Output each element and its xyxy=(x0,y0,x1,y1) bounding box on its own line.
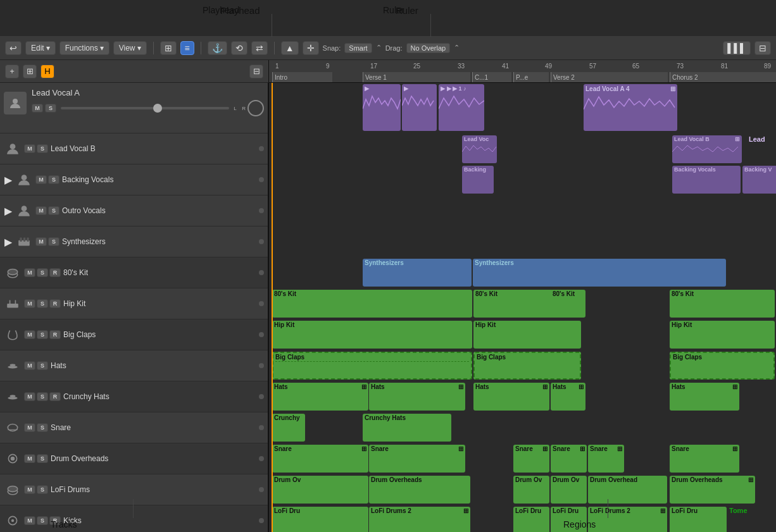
ov-mute[interactable]: M xyxy=(35,206,47,215)
region-claps-3[interactable]: Big Claps xyxy=(670,352,775,380)
hats-mute[interactable]: M xyxy=(24,361,35,370)
region-lofi-2[interactable]: LoFi Drums 2⊞ xyxy=(369,507,470,532)
region-lva-2[interactable]: ▶ xyxy=(402,84,437,131)
add-track-button[interactable]: + xyxy=(5,65,19,78)
region-lofi-1[interactable]: LoFi Dru xyxy=(272,507,368,532)
lofi-mute[interactable]: M xyxy=(24,485,35,494)
lvb-solo[interactable]: S xyxy=(37,144,48,153)
kit-mute[interactable]: M xyxy=(24,268,35,277)
region-drumov-6[interactable]: Drum Overheads⊞ xyxy=(670,476,755,504)
region-crunchyhats-1[interactable]: Crunchy xyxy=(272,414,305,442)
region-lva-1[interactable]: ▶ xyxy=(363,84,401,131)
lva-fader[interactable] xyxy=(61,107,229,109)
ov-solo[interactable]: S xyxy=(48,206,59,215)
level-button[interactable]: ⊟ xyxy=(754,41,771,55)
bigclaps-mute[interactable]: M xyxy=(24,330,35,339)
region-snare-4[interactable]: Snare⊞ xyxy=(551,445,587,473)
functions-menu-button[interactable]: Functions ▾ xyxy=(59,41,110,55)
hipkit-rec[interactable]: R xyxy=(49,299,61,308)
region-claps-1[interactable]: Big Claps xyxy=(272,352,472,380)
add-tool[interactable]: ✛ xyxy=(303,41,319,55)
kicks-solo[interactable]: S xyxy=(37,516,48,525)
lofi-solo[interactable]: S xyxy=(37,485,48,494)
kicks-mute[interactable]: M xyxy=(24,516,35,525)
hipkit-solo[interactable]: S xyxy=(37,299,48,308)
region-drumov-5[interactable]: Drum Overhead xyxy=(588,476,667,504)
lva-fader-knob[interactable] xyxy=(153,104,162,113)
snare-mute[interactable]: M xyxy=(24,423,35,432)
waveform-button[interactable]: ▌▌▌ xyxy=(723,41,751,55)
region-hats-2[interactable]: Hats⊞ xyxy=(369,383,465,411)
drag-value[interactable]: No Overlap xyxy=(406,43,451,53)
region-bv-1[interactable]: Backing xyxy=(462,166,494,194)
region-lva-3[interactable]: ▶ ▶ ▶ 1 ♪ xyxy=(439,84,484,131)
region-hipkit-1[interactable]: Hip Kit xyxy=(272,321,472,349)
kit-solo[interactable]: S xyxy=(37,268,48,277)
region-kit-4[interactable]: 80's Kit xyxy=(670,290,775,318)
region-lvb-1[interactable]: Lead Voc xyxy=(462,135,497,163)
lvb-mute[interactable]: M xyxy=(24,144,35,153)
region-hats-1[interactable]: Hats⊞ xyxy=(272,383,368,411)
undo-button[interactable]: ↩ xyxy=(5,41,22,55)
region-drumov-1[interactable]: Drum Ov xyxy=(272,476,368,504)
crunchyhats-solo[interactable]: S xyxy=(37,392,48,401)
region-kit-3[interactable]: 80's Kit xyxy=(551,290,585,318)
region-drumov-2[interactable]: Drum Overheads xyxy=(369,476,470,504)
region-snare-3[interactable]: Snare⊞ xyxy=(513,445,549,473)
syn-mute[interactable]: M xyxy=(35,237,47,246)
region-lofi-3[interactable]: LoFi Dru xyxy=(513,507,549,532)
ov-play[interactable]: ▶ xyxy=(4,206,13,215)
bv-solo[interactable]: S xyxy=(48,175,59,184)
lva-pan-knob[interactable] xyxy=(247,100,264,116)
region-snare-2[interactable]: Snare⊞ xyxy=(369,445,465,473)
region-hats-5[interactable]: Hats⊞ xyxy=(670,383,739,411)
crunchyhats-mute[interactable]: M xyxy=(24,392,35,401)
region-snare-1[interactable]: Snare⊞ xyxy=(272,445,368,473)
syn-play[interactable]: ▶ xyxy=(4,237,13,246)
bigclaps-rec[interactable]: R xyxy=(49,330,61,339)
view-menu-button[interactable]: View ▾ xyxy=(113,41,147,55)
region-hats-3[interactable]: Hats⊞ xyxy=(473,383,549,411)
snare-solo[interactable]: S xyxy=(37,423,48,432)
h-button[interactable]: H xyxy=(41,65,54,78)
region-claps-2[interactable]: Big Claps xyxy=(473,352,581,380)
bv-play[interactable]: ▶ xyxy=(4,175,13,184)
region-lofi-5[interactable]: LoFi Drums 2⊞ xyxy=(588,507,667,532)
bigclaps-solo[interactable]: S xyxy=(37,330,48,339)
bv-mute[interactable]: M xyxy=(35,175,47,184)
pointer-tool[interactable]: ▲ xyxy=(281,41,299,55)
drumov-mute[interactable]: M xyxy=(24,454,35,463)
region-lofi-6[interactable]: LoFi Dru xyxy=(670,507,727,532)
list-view-button[interactable]: ≡ xyxy=(180,41,194,55)
syn-solo[interactable]: S xyxy=(48,237,59,246)
track-list-toggle[interactable]: ⊟ xyxy=(249,65,263,78)
lva-mute-button[interactable]: M xyxy=(32,104,43,113)
drumov-solo[interactable]: S xyxy=(37,454,48,463)
region-hipkit-3[interactable]: Hip Kit xyxy=(670,321,775,349)
lva-solo-button[interactable]: S xyxy=(45,104,56,113)
region-bv-3[interactable]: Backing V xyxy=(742,166,776,194)
region-lvb-2[interactable]: Lead Vocal B⊞ xyxy=(672,135,742,163)
region-hipkit-2[interactable]: Hip Kit xyxy=(473,321,581,349)
region-snare-5[interactable]: Snare⊞ xyxy=(588,445,624,473)
track-options-button[interactable]: ⊞ xyxy=(23,65,37,78)
region-syn-1[interactable]: Synthesizers xyxy=(363,259,472,287)
region-hats-4[interactable]: Hats⊞ xyxy=(551,383,585,411)
snap-value[interactable]: Smart xyxy=(344,43,372,53)
region-syn-2[interactable]: Synthesizers xyxy=(473,259,726,287)
region-drumov-4[interactable]: Drum Ov xyxy=(551,476,587,504)
anchor-tool[interactable]: ⚓ xyxy=(208,41,227,55)
hats-solo[interactable]: S xyxy=(37,361,48,370)
edit-menu-button[interactable]: Edit ▾ xyxy=(25,41,56,55)
region-lva-4[interactable]: Lead Vocal A 4⊞ xyxy=(584,84,677,131)
region-drumov-3[interactable]: Drum Ov xyxy=(513,476,549,504)
region-bv-2[interactable]: Backing Vocals xyxy=(672,166,741,194)
grid-view-button[interactable]: ⊞ xyxy=(160,41,177,55)
kit-rec[interactable]: R xyxy=(49,268,61,277)
hipkit-mute[interactable]: M xyxy=(24,299,35,308)
region-kit-1[interactable]: 80's Kit xyxy=(272,290,472,318)
crunchyhats-rec[interactable]: R xyxy=(49,392,61,401)
loop-button[interactable]: ⟲ xyxy=(231,41,247,55)
region-crunchyhats-2[interactable]: Crunchy Hats xyxy=(363,414,451,442)
region-snare-6[interactable]: Snare⊞ xyxy=(670,445,739,473)
